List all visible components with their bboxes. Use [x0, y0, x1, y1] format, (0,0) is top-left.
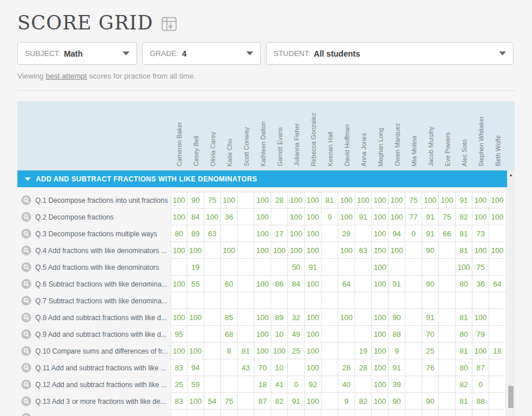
question-label-text[interactable]: Q.5 Add fractions with like denominators	[35, 263, 168, 272]
question-label-text[interactable]: Q.9 Add and subtract fractions with like…	[35, 330, 168, 339]
scrollbar-up-arrow[interactable]: ▲	[507, 170, 515, 179]
score-cell: 100	[271, 343, 288, 359]
grade-dropdown-label: GRADE:	[150, 49, 179, 58]
score-cell: 36	[472, 276, 489, 292]
student-name: Beth Wolfe	[494, 135, 501, 166]
student-name: Meghan Long	[377, 128, 384, 166]
student-name: Anna Jones	[360, 133, 367, 166]
magnifier-icon[interactable]	[21, 246, 31, 255]
score-cell: 73	[472, 225, 489, 242]
score-cell: 90	[187, 192, 204, 209]
score-cell: 100	[372, 376, 389, 393]
section-header[interactable]: ADD AND SUBTRACT FRACTIONS WITH LIKE DEN…	[17, 170, 507, 187]
score-cell	[422, 410, 439, 416]
score-cell: 0	[405, 225, 422, 242]
best-attempt-link[interactable]: best attempt	[46, 72, 87, 80]
question-label-text[interactable]: Q.1 Decompose fractions into unit fracti…	[35, 196, 168, 205]
student-dropdown[interactable]: STUDENT: All students	[266, 42, 513, 65]
score-cell: 100	[305, 359, 322, 376]
divider	[17, 90, 515, 91]
score-cell	[338, 410, 355, 416]
score-cell: 28	[338, 225, 355, 242]
question-label-text[interactable]: Q.3 Decompose fractions multiple ways	[35, 230, 168, 238]
score-cell	[338, 259, 355, 276]
score-cell: 18	[489, 343, 506, 359]
score-cell: 36	[221, 209, 238, 225]
student-name: Casey Bell	[193, 136, 200, 166]
question-label-text[interactable]: Q.11 Add and subtract fractions with lik…	[35, 364, 168, 372]
score-cell: 90	[422, 393, 439, 410]
student-column-header: Casey Bell	[187, 101, 204, 170]
score-cell: 100	[372, 309, 389, 326]
score-cell: 84	[288, 276, 305, 292]
question-label-text[interactable]: Q.7 Subtract fractions with like denomin…	[35, 297, 168, 305]
score-cell: 100	[372, 209, 389, 225]
question-row-label: Q.4 Add fractions with like denominators…	[17, 242, 171, 259]
grade-dropdown[interactable]: GRADE: 4	[142, 42, 261, 65]
question-row-label: Q.1 Decompose fractions into unit fracti…	[17, 192, 171, 209]
score-cell	[489, 309, 506, 326]
score-cell	[238, 242, 254, 259]
score-cell: 18	[254, 376, 271, 393]
magnifier-icon[interactable]	[21, 380, 31, 389]
subject-dropdown[interactable]: SUBJECT: Math	[17, 42, 137, 65]
score-cell: 87	[254, 393, 271, 410]
table-row: Q.12 Add and subtract fractions with lik…	[17, 376, 507, 393]
magnifier-icon[interactable]	[21, 329, 31, 339]
magnifier-icon[interactable]	[21, 296, 31, 306]
score-cell	[238, 292, 254, 309]
export-grid-icon[interactable]	[161, 17, 177, 31]
vertical-scrollbar[interactable]: ▲	[507, 170, 515, 416]
score-cell	[271, 292, 288, 309]
magnifier-icon[interactable]	[21, 346, 31, 356]
student-column-header: Beth Wolfe	[489, 101, 506, 170]
score-cell	[372, 410, 389, 416]
question-label-text[interactable]: Q.8 Add and subtract fractions with like…	[35, 314, 168, 322]
question-label-text[interactable]: Q.6 Subtract fractions with like denomin…	[35, 280, 168, 288]
page-title: SCORE GRID	[17, 12, 153, 34]
student-column-header: Alec Soto	[456, 101, 472, 170]
score-cell	[405, 309, 422, 326]
score-cell: 94	[187, 359, 204, 376]
score-cell: 100	[288, 242, 305, 259]
magnifier-icon[interactable]	[21, 413, 31, 416]
score-cell: 82	[271, 393, 288, 410]
question-label-text[interactable]: Q.2 Decompose fractions	[35, 213, 168, 221]
question-label-text[interactable]: Q.12 Add and subtract fractions with lik…	[35, 381, 168, 389]
table-row: Q.8 Add and subtract fractions with like…	[17, 309, 507, 326]
magnifier-icon[interactable]	[21, 212, 31, 222]
student-column-header: Meghan Long	[372, 101, 389, 170]
question-row-label: Q.6 Subtract fractions with like denomin…	[17, 276, 171, 292]
score-cell: 0	[288, 376, 305, 393]
magnifier-icon[interactable]	[21, 396, 31, 406]
student-name: Owen Marquez	[394, 123, 401, 166]
score-cell: 100	[372, 343, 389, 359]
score-cell: 10	[271, 326, 288, 343]
score-cell	[221, 292, 238, 309]
question-label-text[interactable]: Q.4 Add fractions with like denominators…	[35, 247, 168, 255]
score-cell	[254, 410, 271, 416]
magnifier-icon[interactable]	[21, 363, 31, 373]
score-cell: 76	[422, 359, 439, 376]
grid-corner-cell	[17, 101, 171, 170]
magnifier-icon[interactable]	[21, 229, 31, 239]
question-row-label: Q.10 Compare sums and differences of fr.…	[17, 343, 171, 359]
score-cell: 83	[171, 359, 187, 376]
question-label-text[interactable]: Q.13 Add 3 or more fractions with like d…	[35, 398, 168, 406]
magnifier-icon[interactable]	[21, 195, 31, 205]
score-cell: 28	[338, 359, 355, 376]
scrollbar-thumb[interactable]	[508, 386, 513, 408]
score-cell	[171, 259, 187, 276]
magnifier-icon[interactable]	[21, 262, 31, 272]
score-cell	[204, 359, 221, 376]
score-cell	[322, 393, 338, 410]
score-cells: 1008410036100100100910091100100779175821…	[171, 209, 506, 225]
score-cell: 85	[221, 309, 238, 326]
magnifier-icon[interactable]	[21, 279, 31, 289]
score-cell	[489, 259, 506, 276]
score-cell: 100	[456, 259, 472, 276]
question-label-text[interactable]: Q.10 Compare sums and differences of fr.…	[35, 347, 168, 355]
score-cell: 100	[254, 225, 271, 242]
question-row-label: Q.8 Add and subtract fractions with like…	[17, 309, 171, 326]
magnifier-icon[interactable]	[21, 313, 31, 322]
